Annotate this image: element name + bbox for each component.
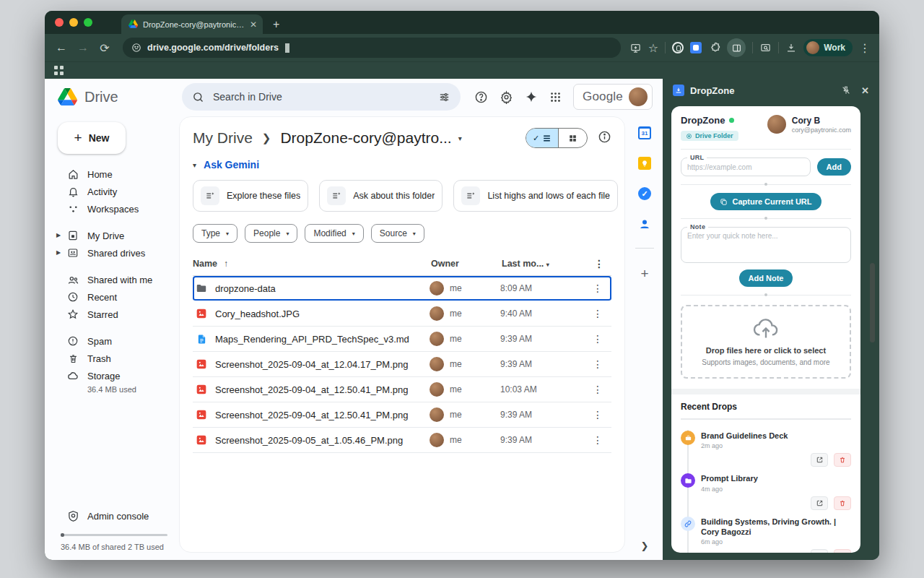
sidebar-item-storage[interactable]: Storage [56,367,172,384]
open-link-button[interactable] [811,549,828,553]
expand-arrow-icon[interactable]: ▶ [56,249,61,256]
add-panel-app-icon[interactable]: + [640,266,648,282]
sidebar-item-home[interactable]: Home [56,165,172,183]
password-extension-icon[interactable] [672,42,684,53]
delete-button[interactable] [834,549,851,553]
row-menu-icon[interactable]: ⋮ [585,308,610,319]
forward-button[interactable]: → [74,41,92,54]
tab-close-icon[interactable]: ✕ [250,20,257,30]
file-drop-area[interactable]: Drop files here or click to select Suppo… [681,305,851,379]
calendar-icon[interactable]: 31 [638,126,651,139]
search-icon[interactable] [192,91,204,103]
downloads-icon[interactable] [785,43,797,53]
sidebar-item-starred[interactable]: Starred [56,306,172,323]
site-settings-icon[interactable] [131,43,141,53]
sidebar-item-activity[interactable]: Activity [56,183,172,200]
filter-chip-modified[interactable]: Modified▾ [305,224,363,243]
browser-tab[interactable]: DropZone-cory@paytronic.co ✕ [121,14,263,34]
breadcrumb-current[interactable]: DropZone-cory@paytro... [280,129,451,147]
maximize-window-button[interactable] [84,18,92,27]
extensions-puzzle-icon[interactable] [708,42,720,54]
back-button[interactable]: ← [52,41,71,54]
side-panel-toggle-button[interactable] [727,38,746,57]
keep-icon[interactable] [638,157,651,170]
gemini-icon[interactable] [525,90,538,103]
gemini-suggestion-chip[interactable]: Ask about this folder [319,180,443,212]
apps-grid-icon[interactable] [549,91,562,103]
close-window-button[interactable] [55,18,64,27]
sidebar-item-my-drive[interactable]: ▶My Drive [56,227,172,244]
file-row[interactable]: Screenshot_2025-09-05_at_1.05.46_PM.pngm… [193,428,611,453]
file-row[interactable]: Maps_Rendering_API_PRD_TechSpec_v3.mdme9… [193,327,611,352]
google-account-chip[interactable]: Google [573,84,653,110]
note-textarea[interactable] [687,232,845,256]
screenshot-search-icon[interactable] [759,43,772,53]
details-info-icon[interactable] [598,130,611,147]
file-row[interactable]: Screenshot_2025-09-04_at_12.50.41_PM.png… [193,402,611,428]
new-tab-button[interactable]: + [273,18,279,31]
install-app-icon[interactable] [629,43,642,53]
row-menu-icon[interactable]: ⋮ [585,409,610,420]
dropzone-extension-icon[interactable] [690,42,702,53]
unpin-icon[interactable] [841,85,851,95]
apps-shortcut-icon[interactable] [54,66,64,75]
sidebar-item-shared-with-me[interactable]: Shared with me [56,271,172,288]
contacts-icon[interactable] [638,217,651,230]
gemini-suggestion-chip[interactable]: Explore these files [193,180,308,212]
address-bar[interactable]: drive.google.com/drive/folders [123,38,621,58]
table-menu-icon[interactable]: ⋮ [587,258,611,269]
open-link-button[interactable] [811,453,828,467]
breadcrumb-root[interactable]: My Drive [193,129,253,147]
sidebar-item-shared-drives[interactable]: ▶Shared drives [56,244,172,262]
column-name-label[interactable]: Name [193,259,217,269]
row-menu-icon[interactable]: ⋮ [585,282,610,294]
column-modified-label[interactable]: Last mo... ▾ [502,259,587,269]
url-input[interactable] [687,163,804,171]
filter-chip-type[interactable]: Type▾ [193,224,237,243]
sidebar-item-recent[interactable]: Recent [56,288,172,306]
file-row[interactable]: Screenshot_2025-09-04_at_12.50.41_PM.png… [193,377,611,402]
collapse-panel-chevron[interactable]: ❯ [641,540,649,554]
file-row[interactable]: dropzone-datame8:09 AM⋮ [193,276,611,301]
open-link-button[interactable] [811,496,828,510]
drive-logo[interactable]: Drive [58,88,175,105]
row-menu-icon[interactable]: ⋮ [585,434,610,446]
row-menu-icon[interactable]: ⋮ [585,333,610,345]
ask-gemini-toggle[interactable]: ▾ Ask Gemini [193,159,611,171]
file-row[interactable]: Cory_headshot.JPGme9:40 AM⋮ [193,301,611,327]
grid-view-button[interactable] [558,129,587,147]
gemini-suggestion-chip[interactable]: List highs and lows of each file [453,180,618,212]
admin-console-item[interactable]: Admin console [56,510,172,522]
sidebar-item-spam[interactable]: Spam [56,332,172,350]
recent-drop-title[interactable]: Brand Guidelines Deck [701,431,851,441]
filter-chip-people[interactable]: People▾ [245,224,297,243]
delete-button[interactable] [834,496,851,510]
delete-button[interactable] [834,453,851,467]
account-avatar[interactable] [629,87,648,106]
recent-drop-title[interactable]: Prompt Library [701,473,851,483]
filter-chip-source[interactable]: Source▾ [371,224,424,243]
row-menu-icon[interactable]: ⋮ [585,358,610,370]
row-menu-icon[interactable]: ⋮ [585,384,610,395]
reload-button[interactable]: ⟳ [95,41,114,55]
minimize-window-button[interactable] [69,18,78,27]
help-icon[interactable] [474,90,488,104]
close-panel-icon[interactable]: ✕ [861,85,869,96]
add-url-button[interactable]: Add [817,158,851,176]
sidebar-item-workspaces[interactable]: Workspaces [56,200,172,217]
new-button[interactable]: + New [58,122,126,154]
capture-url-button[interactable]: Capture Current URL [710,193,821,210]
browser-menu-icon[interactable]: ⋮ [859,41,871,55]
panel-scrollbar-thumb[interactable] [870,263,875,342]
bookmark-star-icon[interactable]: ☆ [648,41,658,55]
search-options-icon[interactable] [438,91,450,103]
file-row[interactable]: Screenshot_2025-09-04_at_12.04.17_PM.png… [193,352,611,377]
drive-search-input[interactable]: Search in Drive [182,83,461,111]
drive-folder-chip[interactable]: Drive Folder [681,131,738,141]
list-view-button[interactable]: ✓ [526,129,558,147]
recent-drop-title[interactable]: Building Systems, Driving Growth. | Cory… [701,517,851,538]
browser-profile-chip[interactable]: Work [803,39,853,56]
tasks-icon[interactable]: ✓ [638,187,651,200]
settings-gear-icon[interactable] [500,90,513,104]
sort-ascending-icon[interactable]: ↑ [224,259,228,269]
